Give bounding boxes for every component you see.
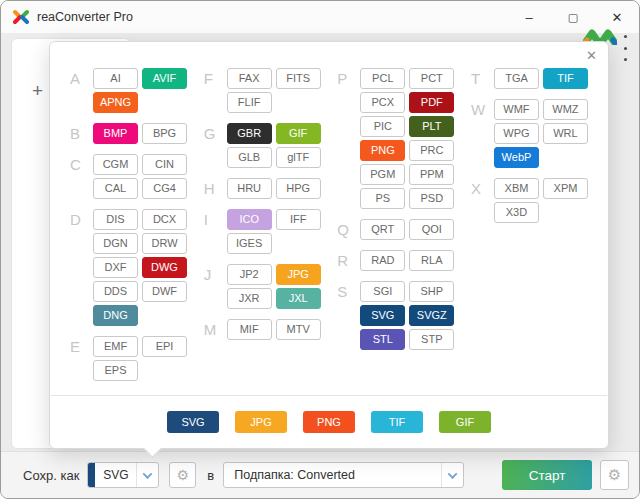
format-pic[interactable]: PIC xyxy=(360,116,405,137)
group-letter-m: M xyxy=(204,319,220,340)
group-letter-t: T xyxy=(471,68,487,89)
format-gltf[interactable]: glTF xyxy=(276,147,321,168)
format-iges[interactable]: IGES xyxy=(227,233,272,254)
format-apng[interactable]: APNG xyxy=(93,92,138,113)
gear-icon: ⚙ xyxy=(608,466,621,484)
format-ico[interactable]: ICO xyxy=(227,209,272,230)
format-hpg[interactable]: HPG xyxy=(276,178,321,199)
format-x3d[interactable]: X3D xyxy=(494,202,539,223)
output-format-combo[interactable]: SVG xyxy=(87,462,159,488)
quick-format-tif[interactable]: TIF xyxy=(371,411,423,433)
format-wmf[interactable]: WMF xyxy=(494,99,539,120)
format-flif[interactable]: FLIF xyxy=(227,92,272,113)
format-svg[interactable]: SVG xyxy=(360,305,405,326)
format-ai[interactable]: AI xyxy=(93,68,138,89)
format-jxr[interactable]: JXR xyxy=(227,288,272,309)
format-tga[interactable]: TGA xyxy=(494,68,539,89)
minimize-button[interactable]: – xyxy=(507,1,551,33)
format-pct[interactable]: PCT xyxy=(409,68,454,89)
format-gif[interactable]: GIF xyxy=(276,123,321,144)
group-letter-h: H xyxy=(204,178,220,199)
format-hru[interactable]: HRU xyxy=(227,178,272,199)
format-settings-button[interactable]: ⚙ xyxy=(169,462,196,488)
quick-format-png[interactable]: PNG xyxy=(303,411,355,433)
format-prc[interactable]: PRC xyxy=(409,140,454,161)
format-ppm[interactable]: PPM xyxy=(409,164,454,185)
format-pcl[interactable]: PCL xyxy=(360,68,405,89)
format-cg4[interactable]: CG4 xyxy=(142,178,187,199)
quick-format-jpg[interactable]: JPG xyxy=(235,411,287,433)
format-grid: AAIAVIFAPNGBBMPBPGCCGMCINCALCG4DDISDCXDG… xyxy=(70,68,588,381)
output-settings-button[interactable]: ⚙ xyxy=(600,460,629,490)
group-letter-d: D xyxy=(70,209,86,326)
format-rla[interactable]: RLA xyxy=(409,250,454,271)
format-gbr[interactable]: GBR xyxy=(227,123,272,144)
quick-format-svg[interactable]: SVG xyxy=(167,411,219,433)
format-emf[interactable]: EMF xyxy=(93,336,138,357)
add-files-icon[interactable]: + xyxy=(32,81,43,100)
format-xbm[interactable]: XBM xyxy=(494,178,539,199)
format-combo-chevron[interactable] xyxy=(136,463,158,487)
format-rad[interactable]: RAD xyxy=(360,250,405,271)
group-letter-w: W xyxy=(471,99,487,168)
format-dis[interactable]: DIS xyxy=(93,209,138,230)
start-button[interactable]: Старт xyxy=(502,460,592,490)
format-fax[interactable]: FAX xyxy=(227,68,272,89)
format-iff[interactable]: IFF xyxy=(276,209,321,230)
group-letter-i: I xyxy=(204,209,220,254)
format-svgz[interactable]: SVGZ xyxy=(409,305,454,326)
format-dcx[interactable]: DCX xyxy=(142,209,187,230)
format-wmz[interactable]: WMZ xyxy=(543,99,588,120)
format-jpg[interactable]: JPG xyxy=(276,264,321,285)
format-wpg[interactable]: WPG xyxy=(494,123,539,144)
format-mif[interactable]: MIF xyxy=(227,319,272,340)
format-png[interactable]: PNG xyxy=(360,140,405,161)
format-stp[interactable]: STP xyxy=(409,329,454,350)
format-dwf[interactable]: DWF xyxy=(142,281,187,302)
format-dxf[interactable]: DXF xyxy=(93,257,138,278)
format-plt[interactable]: PLT xyxy=(409,116,454,137)
format-bpg[interactable]: BPG xyxy=(142,123,187,144)
format-cgm[interactable]: CGM xyxy=(93,154,138,175)
format-tif[interactable]: TIF xyxy=(543,68,588,89)
format-eps[interactable]: EPS xyxy=(93,360,138,381)
format-drw[interactable]: DRW xyxy=(142,233,187,254)
format-stl[interactable]: STL xyxy=(360,329,405,350)
format-cal[interactable]: CAL xyxy=(93,178,138,199)
format-fits[interactable]: FITS xyxy=(276,68,321,89)
format-qrt[interactable]: QRT xyxy=(360,219,405,240)
format-bmp[interactable]: BMP xyxy=(93,123,138,144)
format-ps[interactable]: PS xyxy=(360,188,405,209)
format-webp[interactable]: WebP xyxy=(494,147,539,168)
group-letter-e: E xyxy=(70,336,86,381)
format-dng[interactable]: DNG xyxy=(93,305,138,326)
destination-combo[interactable]: Подпапка: Converted xyxy=(223,462,464,488)
quick-format-gif[interactable]: GIF xyxy=(439,411,491,433)
format-xpm[interactable]: XPM xyxy=(543,178,588,199)
format-glb[interactable]: GLB xyxy=(227,147,272,168)
format-accent-bar xyxy=(88,463,95,487)
format-sgi[interactable]: SGI xyxy=(360,281,405,302)
format-epi[interactable]: EPI xyxy=(142,336,187,357)
window-titlebar: reaConverter Pro – ▢ ✕ xyxy=(1,1,639,33)
destination-combo-chevron[interactable] xyxy=(441,463,463,487)
format-pgm[interactable]: PGM xyxy=(360,164,405,185)
format-dwg[interactable]: DWG xyxy=(142,257,187,278)
format-qoi[interactable]: QOI xyxy=(409,219,454,240)
group-letter-a: A xyxy=(70,68,86,113)
format-shp[interactable]: SHP xyxy=(409,281,454,302)
format-mtv[interactable]: MTV xyxy=(276,319,321,340)
format-psd[interactable]: PSD xyxy=(409,188,454,209)
format-cin[interactable]: CIN xyxy=(142,154,187,175)
format-jp2[interactable]: JP2 xyxy=(227,264,272,285)
format-pdf[interactable]: PDF xyxy=(409,92,454,113)
format-avif[interactable]: AVIF xyxy=(142,68,187,89)
format-pcx[interactable]: PCX xyxy=(360,92,405,113)
group-letter-g: G xyxy=(204,123,220,168)
format-jxl[interactable]: JXL xyxy=(276,288,321,309)
format-dds[interactable]: DDS xyxy=(93,281,138,302)
kebab-menu-icon[interactable] xyxy=(624,35,628,61)
format-wrl[interactable]: WRL xyxy=(543,123,588,144)
format-dgn[interactable]: DGN xyxy=(93,233,138,254)
dialog-close-button[interactable]: ✕ xyxy=(586,49,597,62)
